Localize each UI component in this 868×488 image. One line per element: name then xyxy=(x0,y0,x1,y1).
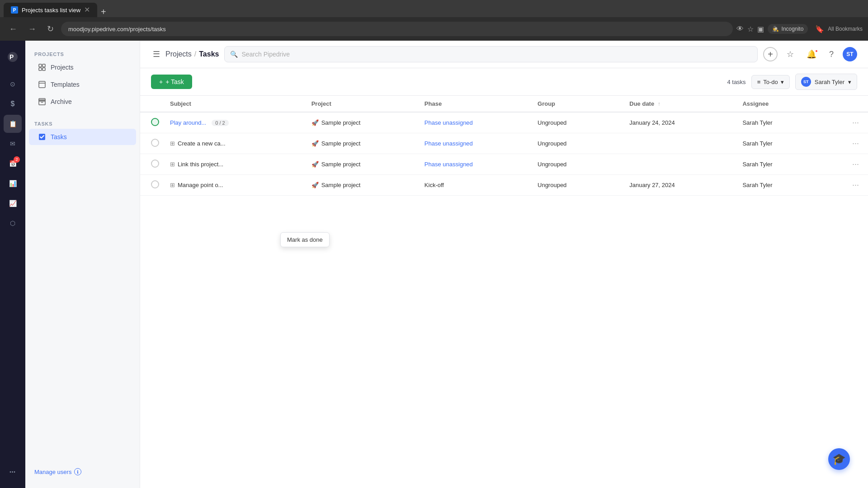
table-row: ⊞ Link this project... 🚀 Sample project … xyxy=(140,154,868,175)
row-more-button[interactable]: ··· xyxy=(849,117,863,128)
bookmark-button[interactable]: ☆ xyxy=(783,47,797,61)
active-tab[interactable]: P Projects tasks list view ✕ xyxy=(4,3,97,17)
add-task-button[interactable]: + + Task xyxy=(151,75,192,89)
help-button[interactable]: ? xyxy=(826,48,837,61)
sidebar-bottom: Manage users ℹ xyxy=(25,463,140,481)
breadcrumb-separator: / xyxy=(194,50,196,58)
header-left: ☰ Projects / Tasks xyxy=(151,47,219,61)
row-more-button[interactable]: ··· xyxy=(849,179,863,191)
new-tab-button[interactable]: + xyxy=(97,7,110,17)
row-subject: Play around... 0 / 2 xyxy=(165,112,306,133)
col-header-assignee[interactable]: Assignee xyxy=(737,96,843,112)
filter-button[interactable]: ≡ To-do ▾ xyxy=(751,75,790,89)
svg-rect-2 xyxy=(39,64,42,67)
task-radio-button[interactable] xyxy=(151,118,159,126)
sidebar-item-archive[interactable]: Archive xyxy=(29,94,136,110)
sidebar-nav-more[interactable]: ••• xyxy=(4,463,22,481)
projects-icon: 📋 xyxy=(9,120,17,127)
projects-nav-icon xyxy=(38,63,46,71)
sidebar-item-projects[interactable]: Projects xyxy=(29,59,136,75)
bookmarks-icon[interactable]: 🔖 xyxy=(815,25,824,33)
sidebar-nav-activities[interactable]: 📅 2 xyxy=(4,155,22,173)
col-header-duedate[interactable]: Due date ↑ xyxy=(624,96,737,112)
manage-users-label: Manage users xyxy=(34,469,71,475)
nav-actions: 👁 ☆ ▣ 🕵 Incognito 🔖 All Bookmarks xyxy=(736,24,863,34)
col-header-phase[interactable]: Phase xyxy=(419,96,532,112)
sidebar-nav-home[interactable]: ⊙ xyxy=(4,75,22,93)
task-count: 4 tasks xyxy=(727,79,745,85)
activities-badge: 2 xyxy=(14,156,20,163)
svg-rect-6 xyxy=(39,81,45,88)
tab-close-button[interactable]: ✕ xyxy=(84,6,90,14)
sidebar-item-projects-label: Projects xyxy=(51,64,74,71)
reports-icon: 📊 xyxy=(9,180,17,187)
row-checkbox[interactable] xyxy=(140,175,165,196)
subtask-icon: ⊞ xyxy=(170,161,175,168)
deals-icon: $ xyxy=(11,100,15,108)
row-assignee: Sarah Tyler xyxy=(737,112,843,133)
row-group: Ungrouped xyxy=(532,154,624,175)
row-actions: ··· xyxy=(843,133,868,154)
subtask-icon: ⊞ xyxy=(170,182,175,188)
sidebar-nav-reports[interactable]: 📊 xyxy=(4,174,22,192)
pipedrive-logo[interactable]: P xyxy=(4,48,22,66)
filter-label: To-do xyxy=(763,79,778,85)
subtask-icon: ⊞ xyxy=(170,140,175,147)
add-button[interactable]: + xyxy=(763,47,778,61)
row-checkbox[interactable] xyxy=(140,133,165,154)
manage-users-link[interactable]: Manage users ℹ xyxy=(34,468,131,475)
main-content: ☰ Projects / Tasks 🔍 + ☆ 🔔 ? ST xyxy=(140,41,868,488)
sidebar-nav-projects[interactable]: 📋 xyxy=(4,115,22,133)
col-header-project[interactable]: Project xyxy=(306,96,419,112)
breadcrumb-projects-link[interactable]: Projects xyxy=(165,50,192,58)
forward-button[interactable]: → xyxy=(24,23,40,36)
sidebar-nav-integrations[interactable]: ⬡ xyxy=(4,214,22,232)
back-button[interactable]: ← xyxy=(5,23,21,36)
task-subject-text[interactable]: Create a new ca... xyxy=(178,140,226,147)
sidebar-toggle-icon[interactable]: ▣ xyxy=(757,25,764,33)
table-row: ⊞ Create a new ca... 🚀 Sample project Ph… xyxy=(140,133,868,154)
browser-nav: ← → ↻ 👁 ☆ ▣ 🕵 Incognito 🔖 All Bookmarks xyxy=(0,17,868,41)
notification-button[interactable]: 🔔 xyxy=(803,47,820,61)
sort-icon: ↑ xyxy=(658,101,660,107)
user-avatar[interactable]: ST xyxy=(843,47,857,61)
refresh-button[interactable]: ↻ xyxy=(43,22,57,36)
fab-button[interactable]: 🎓 xyxy=(828,448,850,470)
search-bar[interactable]: 🔍 xyxy=(224,46,758,62)
task-radio-button[interactable] xyxy=(151,139,159,147)
sidebar-nav-mail[interactable]: ✉ xyxy=(4,135,22,153)
filter-chevron-icon: ▾ xyxy=(781,79,784,85)
row-more-button[interactable]: ··· xyxy=(849,138,863,149)
sidebar-item-tasks-label: Tasks xyxy=(51,133,67,141)
row-phase: Phase unassigned xyxy=(419,112,532,133)
col-header-group[interactable]: Group xyxy=(532,96,624,112)
project-icon: 🚀 xyxy=(311,119,319,126)
task-radio-button[interactable] xyxy=(151,160,159,168)
star-icon[interactable]: ☆ xyxy=(747,25,754,33)
search-input[interactable] xyxy=(241,51,752,58)
svg-rect-10 xyxy=(39,99,45,100)
sidebar-nav-insights[interactable]: 📈 xyxy=(4,194,22,212)
table-row: Play around... 0 / 2 🚀 Sample project Ph… xyxy=(140,112,868,133)
sidebar-nav-deals[interactable]: $ xyxy=(4,95,22,113)
task-radio-button[interactable] xyxy=(151,180,159,188)
task-subject-text[interactable]: Play around... xyxy=(170,119,206,126)
row-checkbox[interactable] xyxy=(140,154,165,175)
mail-icon: ✉ xyxy=(10,140,15,147)
col-header-subject[interactable]: Subject xyxy=(165,96,306,112)
row-group: Ungrouped xyxy=(532,175,624,196)
task-subject-text[interactable]: Manage point o... xyxy=(178,182,223,188)
row-checkbox[interactable] xyxy=(140,112,165,133)
menu-toggle-button[interactable]: ☰ xyxy=(151,47,162,61)
address-bar[interactable] xyxy=(61,22,733,36)
assignee-filter-button[interactable]: ST Sarah Tyler ▾ xyxy=(795,74,857,90)
sidebar-item-templates[interactable]: Templates xyxy=(29,76,136,93)
row-subject: ⊞ Create a new ca... xyxy=(165,133,306,154)
svg-text:P: P xyxy=(9,53,14,61)
row-more-button[interactable]: ··· xyxy=(849,159,863,170)
sidebar-item-tasks[interactable]: Tasks xyxy=(29,129,136,145)
row-project: 🚀 Sample project xyxy=(306,154,419,175)
row-group: Ungrouped xyxy=(532,133,624,154)
phase-label: Phase unassigned xyxy=(425,161,473,168)
task-subject-text[interactable]: Link this project... xyxy=(178,161,223,168)
